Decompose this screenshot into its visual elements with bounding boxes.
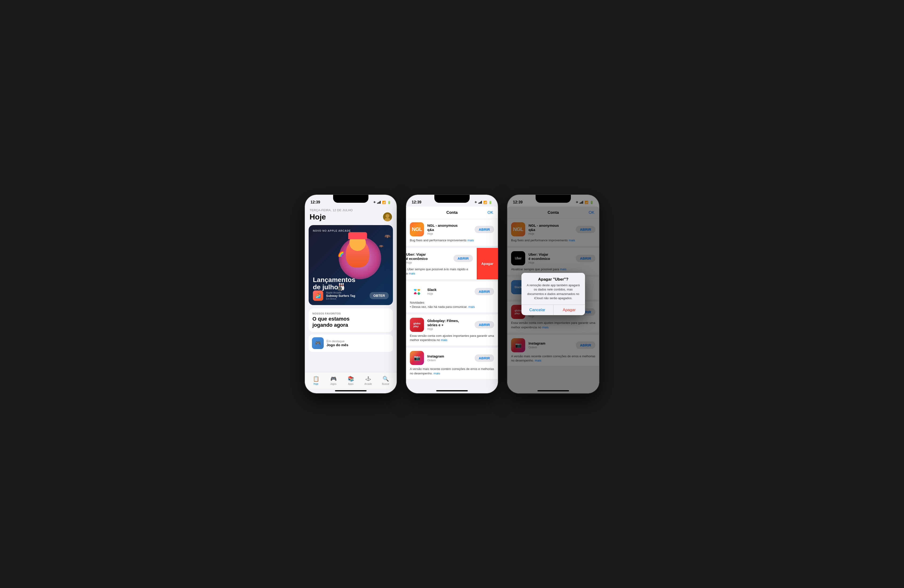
uber-update-item: Uber Uber: Viajaré econômico Hoje ABRIR …: [406, 248, 477, 279]
obter-button[interactable]: OBTER: [370, 292, 389, 299]
slack-info: Slack Hoje: [427, 288, 471, 295]
today-title-row: Hoje: [310, 212, 392, 221]
featured-app-name: Subway Surfers Tag: [326, 294, 367, 298]
uber-date: Hoje: [406, 261, 450, 264]
today-header: TERÇA-FEIRA, 12 DE JULHO Hoje: [305, 207, 397, 223]
notch-2: [435, 195, 469, 203]
ngl-mais[interactable]: mais: [468, 238, 474, 242]
tab-jogos-icon: 🎮: [330, 376, 337, 382]
uber-abrir-button[interactable]: ABRIR: [454, 255, 473, 262]
tab-jogos-label: Jogos: [330, 383, 337, 385]
dialog-buttons: Cancelar Apagar: [522, 304, 585, 315]
signal-bars: [377, 201, 381, 204]
battery-icon-2: 🔋: [488, 201, 492, 204]
featured-subtitle-row: 🏄 Apple Arcade Subway Surfers Tag Em Bre…: [313, 290, 389, 301]
tab-hoje[interactable]: 📋 Hoje: [307, 376, 325, 385]
nossos-app-preview: 🎮 Em destaque Jogo do mês: [309, 334, 393, 352]
uber-mais[interactable]: mais: [409, 272, 415, 275]
uber-delete-action[interactable]: Apagar: [477, 248, 498, 279]
today-scroll: NOVO NO APPLE ARCADE 🦇: [305, 223, 397, 393]
slack-desc: Novidades• Dessa vez, não há nada para c…: [410, 301, 494, 309]
divider-1: [406, 246, 498, 248]
nossos-label: NOSSOS FAVORITOS: [312, 312, 389, 315]
status-time-2: 12:39: [412, 200, 421, 204]
slack-mais[interactable]: mais: [468, 305, 475, 309]
insta-name: Instagram: [427, 354, 471, 358]
featured-card[interactable]: NOVO NO APPLE ARCADE 🦇: [309, 225, 393, 305]
dialog-cancel-button[interactable]: Cancelar: [522, 305, 553, 315]
game-name: Jogo do mês: [327, 343, 348, 347]
phones-container: 12:39 ✈ 📶 🔋 TERÇA-FEIRA, 12 DE JULH: [305, 195, 599, 393]
insta-info: Instagram Ontem: [427, 354, 471, 362]
ngl-desc: Bug fixes and performance improvementsma…: [410, 238, 494, 243]
status-icons-1: ✈ 📶 🔋: [373, 201, 391, 204]
battery-icon: 🔋: [387, 201, 391, 204]
today-date: TERÇA-FEIRA, 12 DE JULHO: [310, 208, 392, 212]
tab-hoje-icon: 📋: [313, 376, 319, 382]
phone-1: 12:39 ✈ 📶 🔋 TERÇA-FEIRA, 12 DE JULH: [305, 195, 397, 393]
uber-row-container: Apagar Uber Uber: Viajaré econômico Hoje…: [406, 248, 498, 279]
svg-rect-3: [412, 287, 422, 296]
tab-arcade[interactable]: 🕹 Arcade: [359, 376, 377, 385]
insta-desc: A versão mais recente contém correções d…: [410, 367, 494, 375]
tab-apps-icon: 📚: [348, 376, 354, 382]
sheet-ok-2[interactable]: OK: [487, 210, 493, 215]
tab-bar-1: 📋 Hoje 🎮 Jogos 📚 Apps 🕹 Arcade: [305, 372, 397, 389]
tab-jogos[interactable]: 🎮 Jogos: [325, 376, 342, 385]
dialog-overlay: Apagar "Uber"? A remoção deste app també…: [507, 195, 599, 393]
home-indicator-1: [335, 390, 367, 391]
featured-title: Lançamentosde julho: [313, 276, 356, 291]
divider-4: [406, 346, 498, 348]
uber-header: Uber Uber: Viajaré econômico Hoje ABRIR: [406, 251, 473, 265]
ngl-info: NGL - anonymousq&a Hoje: [427, 224, 471, 235]
dialog-title: Apagar "Uber"?: [522, 273, 585, 283]
featured-label: NOVO NO APPLE ARCADE: [313, 229, 351, 232]
sheet-scroll-2: NGL NGL - anonymousq&a Hoje ABRIR Bug fi…: [406, 219, 498, 393]
globo-update-item: globoplay Globoplay: Filmes,séries e + H…: [406, 314, 498, 345]
svg-rect-9: [418, 292, 419, 295]
featured-soon: Em Breve: [326, 298, 367, 300]
status-time-1: 12:39: [311, 200, 320, 204]
slack-name: Slack: [427, 288, 471, 292]
ngl-date: Hoje: [427, 232, 471, 235]
featured-app-info: Apple Arcade Subway Surfers Tag Em Breve: [326, 291, 367, 300]
today-content: TERÇA-FEIRA, 12 DE JULHO Hoje: [305, 207, 397, 393]
tab-apps-label: Apps: [348, 383, 354, 385]
tab-buscar[interactable]: 🔍 Buscar: [377, 376, 394, 385]
home-indicator-2: [436, 390, 468, 391]
globo-info: Globoplay: Filmes,séries e + Hoje: [427, 319, 471, 331]
dialog-message: A remoção deste app também apagará os da…: [522, 283, 585, 304]
phone-1-screen: 12:39 ✈ 📶 🔋 TERÇA-FEIRA, 12 DE JULH: [305, 195, 397, 393]
phone-2-screen: 12:39 ✈ 📶 🔋 Conta OK: [406, 195, 498, 393]
tab-apps[interactable]: 📚 Apps: [342, 376, 359, 385]
slack-header: Slack Hoje ABRIR: [410, 285, 494, 299]
slack-abrir-button[interactable]: ABRIR: [475, 288, 495, 295]
featured-app-sub: Apple Arcade: [326, 291, 367, 294]
delete-dialog: Apagar "Uber"? A remoção deste app també…: [522, 273, 585, 315]
ngl-header: NGL NGL - anonymousq&a Hoje ABRIR: [410, 222, 494, 236]
svg-rect-5: [414, 293, 417, 294]
ngl-abrir-button[interactable]: ABRIR: [475, 226, 495, 233]
tab-arcade-icon: 🕹: [366, 376, 371, 382]
featured-app-icon: 🏄: [313, 290, 323, 301]
avatar[interactable]: [383, 212, 392, 221]
insta-abrir-button[interactable]: ABRIR: [475, 355, 495, 362]
insta-icon: 📷: [410, 351, 424, 365]
globo-abrir-button[interactable]: ABRIR: [475, 321, 495, 328]
insta-header: 📷 Instagram Ontem ABRIR: [410, 351, 494, 365]
signal-bars-2: [478, 201, 482, 204]
globo-mais[interactable]: mais: [441, 338, 447, 342]
uber-info: Uber: Viajaré econômico Hoje: [406, 252, 450, 264]
tab-buscar-label: Buscar: [382, 383, 389, 385]
wifi-icon: 📶: [382, 201, 386, 204]
location-icon: ✈: [373, 201, 376, 204]
divider-2: [406, 279, 498, 281]
ngl-update-item: NGL NGL - anonymousq&a Hoje ABRIR Bug fi…: [406, 219, 498, 246]
dialog-delete-button[interactable]: Apagar: [553, 305, 585, 315]
wifi-icon-2: 📶: [483, 201, 487, 204]
phone-2: 12:39 ✈ 📶 🔋 Conta OK: [406, 195, 498, 393]
sheet-title-2: Conta: [446, 210, 458, 215]
insta-mais[interactable]: mais: [434, 372, 440, 375]
divider-3: [406, 312, 498, 314]
phone-3-screen: 12:39 ✈ 📶 🔋 Conta OK: [507, 195, 599, 393]
